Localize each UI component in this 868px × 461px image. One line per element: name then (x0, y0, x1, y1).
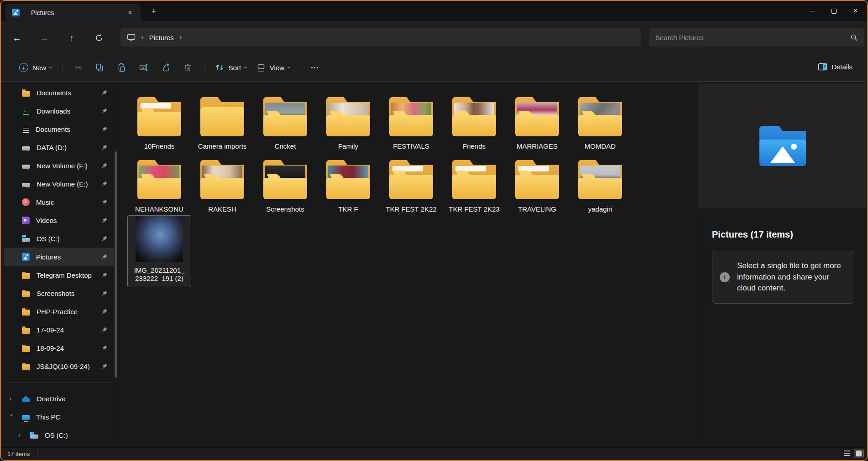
sidebar-item-label: Music (36, 198, 54, 206)
tile-marriages[interactable]: MARRIAGES (506, 90, 569, 151)
new-label: New (32, 64, 46, 72)
up-button[interactable]: ↑ (63, 29, 80, 47)
share-button[interactable] (155, 59, 177, 76)
expander-chevron-icon[interactable]: › (18, 431, 25, 439)
sidebar-item-label: Pictures (36, 253, 61, 261)
tile-camera-imports[interactable]: Camera imports (191, 90, 254, 151)
sidebar-item-pictures[interactable]: Pictures (4, 248, 114, 266)
new-tab-button[interactable]: + (148, 5, 160, 17)
pin-icon (101, 326, 108, 333)
osdrive-icon (30, 435, 38, 439)
tile-cricket[interactable]: Cricket (254, 90, 317, 151)
folder-content-area[interactable]: 10Friends Camera imports Cricket (118, 82, 698, 447)
sidebar-item-label: Telegram Desktop (37, 271, 92, 279)
details-view-toggle[interactable] (842, 449, 852, 458)
tab-close-icon[interactable]: × (124, 7, 136, 19)
sort-icon (214, 63, 225, 72)
thispc-icon (22, 415, 30, 420)
tile-10friends[interactable]: 10Friends (128, 90, 191, 151)
chevron-right-icon[interactable]: › (179, 33, 182, 42)
status-bar: 17 items (1, 447, 867, 460)
paste-button[interactable] (110, 59, 132, 76)
search-icon[interactable] (850, 34, 858, 41)
sidebar-item-new-volume-f[interactable]: New Volume (F:) (4, 156, 114, 175)
delete-button[interactable] (177, 59, 199, 76)
forward-button[interactable]: → (36, 29, 53, 47)
tile-yadagiri[interactable]: yadagiri (569, 153, 632, 214)
pin-icon (101, 290, 108, 296)
sidebar-scrollbar[interactable] (115, 151, 117, 378)
paste-icon (117, 63, 126, 72)
copy-button[interactable] (89, 59, 110, 76)
sidebar-item-os-c[interactable]: OS (C:) (4, 229, 114, 248)
breadcrumb[interactable]: › Pictures › (120, 28, 641, 47)
sidebar-item-documents[interactable]: Documents (4, 120, 114, 138)
share-icon (162, 63, 171, 72)
breadcrumb-location[interactable]: Pictures (149, 34, 174, 41)
sidebar-item-18-09-24[interactable]: 18-09-24 (4, 339, 114, 357)
details-pane-toggle[interactable]: Details (813, 59, 857, 74)
tree-item-onedrive[interactable]: › OneDrive (4, 389, 114, 408)
tile-festivals[interactable]: FESTIVALS (380, 90, 443, 151)
close-button[interactable]: × (845, 1, 866, 21)
thumbnail-view-toggle[interactable] (854, 449, 863, 458)
tile-tkr-f[interactable]: TKR F (317, 153, 380, 214)
tile-screenshots[interactable]: Screenshots (254, 153, 317, 214)
sidebar-item-new-volume-e[interactable]: New Volume (E:) (4, 175, 114, 193)
sidebar-item-label: Videos (36, 217, 57, 224)
sort-button[interactable]: Sort › (210, 59, 252, 76)
tile-tkr-fest-2k22[interactable]: TKR FEST 2K22 (380, 153, 443, 214)
tile-tkr-fest-2k23[interactable]: TKR FEST 2K23 (443, 153, 506, 214)
image-thumbnail (136, 215, 183, 262)
sidebar-item-telegram-desktop[interactable]: Telegram Desktop (4, 266, 114, 284)
folder-icon (514, 97, 560, 136)
maximize-button[interactable] (823, 1, 845, 21)
expander-chevron-icon[interactable]: › (8, 414, 16, 420)
sort-label: Sort (229, 64, 241, 72)
tile-momdad[interactable]: MOMDAD (569, 90, 632, 151)
tile-friends[interactable]: Friends (443, 90, 506, 151)
pin-icon (101, 162, 108, 169)
sidebar-item-downloads[interactable]: Downloads (4, 102, 114, 120)
refresh-icon (95, 34, 103, 42)
minimize-button[interactable] (802, 1, 823, 21)
sidebar-item-php-practice[interactable]: PHP-Practice (4, 302, 114, 321)
navigation-sidebar: Documents Downloads Documents DATA (D:) … (1, 82, 118, 447)
folder-icon (22, 346, 30, 352)
expander-chevron-icon[interactable]: › (9, 394, 16, 403)
tile-img-20211201-233222-191-2[interactable]: IMG_20211201_233222_191 (2) (128, 216, 191, 287)
sidebar-item-documents[interactable]: Documents (4, 83, 114, 102)
cut-button[interactable]: ✂ (68, 59, 89, 77)
tile-family[interactable]: Family (317, 90, 380, 151)
view-button[interactable]: View › (252, 59, 295, 76)
rename-button[interactable]: A (132, 59, 155, 76)
folder-icon (325, 160, 371, 199)
tile-label: yadagiri (569, 205, 632, 214)
search-box[interactable]: Search Pictures (649, 28, 864, 47)
tree-item-this-pc[interactable]: › This PC (4, 408, 114, 426)
svg-text:A: A (141, 66, 144, 70)
tile-label: 10Friends (128, 142, 191, 151)
refresh-button[interactable] (90, 29, 108, 47)
more-options-button[interactable] (307, 63, 323, 72)
back-button[interactable]: ← (8, 29, 26, 47)
sidebar-item-screenshots[interactable]: Screenshots (4, 284, 114, 302)
sidebar-item-music[interactable]: Music (4, 193, 114, 211)
folder-icon (514, 160, 560, 199)
tile-traveling[interactable]: TRAVELING (506, 153, 569, 214)
tile-rakesh[interactable]: RAKESH (191, 153, 254, 214)
new-button[interactable]: + New › (15, 59, 57, 76)
sidebar-tree-list: › OneDrive › This PC › OS (C:) (1, 389, 118, 444)
tab-pictures[interactable]: Pictures × (5, 4, 141, 21)
sidebar-divider (6, 383, 112, 383)
statusbar-divider (37, 451, 37, 457)
sidebar-item-data-d[interactable]: DATA (D:) (4, 138, 114, 156)
osdrive-icon (22, 238, 30, 242)
tile-label: Family (317, 142, 380, 151)
tile-nehanksonu[interactable]: NEHANKSONU (128, 153, 191, 214)
sidebar-item-js-jq-10-09-24[interactable]: JS&JQ(10-09-24) (4, 357, 114, 375)
sidebar-item-17-09-24[interactable]: 17-09-24 (4, 321, 114, 339)
folder-icon (22, 291, 30, 297)
sidebar-item-videos[interactable]: Videos (4, 211, 114, 229)
tree-item-os-c[interactable]: › OS (C:) (4, 426, 114, 444)
